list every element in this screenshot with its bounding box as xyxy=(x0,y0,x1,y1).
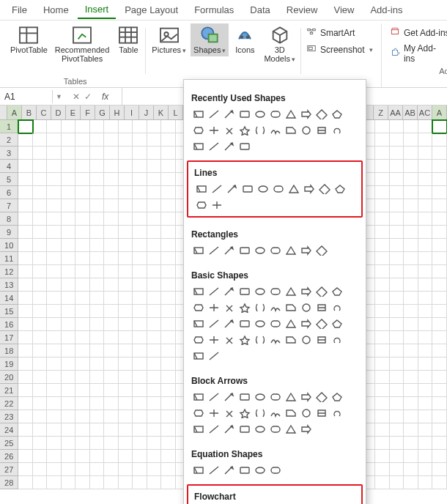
cell[interactable] xyxy=(90,463,104,476)
shape-basic-7[interactable] xyxy=(299,285,313,298)
shape-equation-5[interactable] xyxy=(268,464,282,477)
cell[interactable] xyxy=(418,410,432,423)
cell[interactable] xyxy=(47,437,61,450)
shape-block-3[interactable] xyxy=(237,390,251,404)
cell[interactable] xyxy=(390,226,404,239)
shape-basic-29[interactable] xyxy=(330,317,344,330)
cell[interactable] xyxy=(390,371,404,384)
shape-block-4[interactable] xyxy=(253,390,267,404)
cell[interactable] xyxy=(404,199,418,212)
cell[interactable] xyxy=(47,120,61,133)
cell[interactable] xyxy=(432,186,446,199)
shape-block-9[interactable] xyxy=(330,390,344,404)
cell[interactable] xyxy=(47,344,61,357)
cell[interactable] xyxy=(418,463,432,476)
cell[interactable] xyxy=(75,292,89,305)
row-header[interactable]: 5 xyxy=(0,173,18,186)
cell[interactable] xyxy=(432,305,446,318)
cell[interactable] xyxy=(375,423,389,437)
cell[interactable] xyxy=(18,331,32,344)
shape-recent-9[interactable] xyxy=(330,108,344,121)
row-header[interactable]: 21 xyxy=(0,384,18,397)
cell[interactable] xyxy=(375,239,389,252)
shape-rect-3[interactable] xyxy=(237,244,251,257)
cell[interactable] xyxy=(390,410,404,423)
cell[interactable] xyxy=(119,226,133,239)
shape-block-17[interactable] xyxy=(299,407,313,420)
shape-lines-9[interactable] xyxy=(333,182,347,196)
3d-models-button[interactable]: 3D Models xyxy=(261,23,298,65)
cell[interactable] xyxy=(62,437,75,450)
cell[interactable] xyxy=(75,357,89,371)
cell[interactable] xyxy=(375,265,389,278)
cell[interactable] xyxy=(432,384,446,397)
enter-icon[interactable]: ✓ xyxy=(84,92,92,102)
col-header[interactable]: A xyxy=(432,105,447,119)
cell[interactable] xyxy=(33,450,47,463)
cell[interactable] xyxy=(62,357,75,371)
shape-lines-6[interactable] xyxy=(287,182,300,196)
cell[interactable] xyxy=(62,173,75,186)
cell[interactable] xyxy=(75,476,89,489)
cell[interactable] xyxy=(133,252,147,265)
cell[interactable] xyxy=(18,318,32,331)
select-all-corner[interactable] xyxy=(0,105,7,119)
shape-recent-12[interactable] xyxy=(222,124,236,137)
cell[interactable] xyxy=(119,239,133,252)
cell[interactable] xyxy=(390,423,404,437)
cell[interactable] xyxy=(75,147,89,160)
cell[interactable] xyxy=(418,212,432,226)
cell[interactable] xyxy=(62,120,75,133)
cell[interactable] xyxy=(418,226,432,239)
cell[interactable] xyxy=(90,357,104,371)
cell[interactable] xyxy=(75,410,89,423)
shape-rect-5[interactable] xyxy=(268,244,282,257)
shape-block-27[interactable] xyxy=(299,423,313,436)
cell[interactable] xyxy=(18,463,32,476)
cell[interactable] xyxy=(133,463,147,476)
shape-basic-3[interactable] xyxy=(237,285,251,298)
cell[interactable] xyxy=(432,212,446,226)
cell[interactable] xyxy=(161,357,175,371)
cell[interactable] xyxy=(161,384,175,397)
cell[interactable] xyxy=(147,318,161,331)
cell[interactable] xyxy=(390,199,404,212)
shape-recent-21[interactable] xyxy=(207,140,221,153)
cell[interactable] xyxy=(390,476,404,489)
cell[interactable] xyxy=(133,160,147,173)
cell[interactable] xyxy=(119,160,133,173)
shape-block-15[interactable] xyxy=(268,407,282,420)
cell[interactable] xyxy=(133,357,147,371)
cell[interactable] xyxy=(90,212,104,226)
cell[interactable] xyxy=(133,212,147,226)
shape-basic-25[interactable] xyxy=(268,317,282,330)
shape-rect-1[interactable] xyxy=(207,244,221,257)
cell[interactable] xyxy=(62,331,75,344)
cell[interactable] xyxy=(90,476,104,489)
cell[interactable] xyxy=(404,371,418,384)
shape-basic-16[interactable] xyxy=(284,301,298,314)
cell[interactable] xyxy=(33,147,47,160)
cell[interactable] xyxy=(18,252,32,265)
cell[interactable] xyxy=(390,344,404,357)
col-header[interactable]: J xyxy=(139,105,154,119)
cell[interactable] xyxy=(390,331,404,344)
cell[interactable] xyxy=(47,226,61,239)
cell[interactable] xyxy=(161,423,175,437)
cell[interactable] xyxy=(404,423,418,437)
cell[interactable] xyxy=(18,226,32,239)
cell[interactable] xyxy=(33,252,47,265)
cell[interactable] xyxy=(161,331,175,344)
cell[interactable] xyxy=(18,371,32,384)
cell[interactable] xyxy=(90,252,104,265)
cell[interactable] xyxy=(47,450,61,463)
cell[interactable] xyxy=(75,212,89,226)
cell[interactable] xyxy=(147,265,161,278)
cell[interactable] xyxy=(33,437,47,450)
shape-basic-37[interactable] xyxy=(299,333,313,346)
cell[interactable] xyxy=(62,463,75,476)
cell[interactable] xyxy=(161,212,175,226)
shape-rect-8[interactable] xyxy=(314,244,328,257)
row-header[interactable]: 24 xyxy=(0,423,18,437)
cell[interactable] xyxy=(33,476,47,489)
